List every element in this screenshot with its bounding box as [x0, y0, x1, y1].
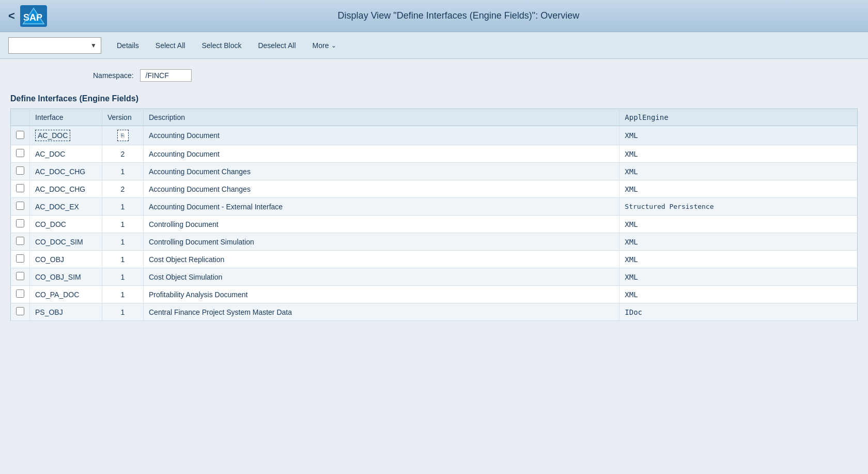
cell-interface: CO_DOC_SIM — [30, 233, 102, 251]
col-header-description: Description — [144, 109, 619, 126]
cell-version: 2 — [102, 145, 144, 163]
cell-interface: AC_DOC_CHG — [30, 180, 102, 198]
cell-interface: CO_OBJ — [30, 251, 102, 268]
cell-description: Controlling Document — [144, 216, 619, 233]
cell-version: 1 — [102, 286, 144, 303]
cell-appengine: XML — [619, 268, 858, 286]
copy-icon[interactable]: ⎘ — [117, 130, 129, 141]
select-block-button[interactable]: Select Block — [194, 37, 249, 54]
cell-description: Cost Object Simulation — [144, 268, 619, 286]
cell-version: 1 — [102, 216, 144, 233]
cell-appengine: XML — [619, 145, 858, 163]
col-header-appengine: ApplEngine — [619, 109, 858, 126]
row-checkbox[interactable] — [16, 237, 24, 245]
content: Namespace: /FINCF Define Interfaces (Eng… — [0, 59, 868, 321]
col-header-checkbox — [11, 109, 30, 126]
table-row: PS_OBJ1Central Finance Project System Ma… — [11, 303, 858, 321]
header-title: Display View "Define Interfaces (Engine … — [57, 10, 860, 21]
cell-appengine: XML — [619, 126, 858, 145]
table-row: CO_OBJ_SIM1Cost Object SimulationXML — [11, 268, 858, 286]
table-row: CO_DOC_SIM1Controlling Document Simulati… — [11, 233, 858, 251]
cell-description: Central Finance Project System Master Da… — [144, 303, 619, 321]
data-table: Interface Version Description ApplEngine… — [10, 109, 858, 321]
cell-interface: CO_OBJ_SIM — [30, 268, 102, 286]
cell-interface: AC_DOC_EX — [30, 198, 102, 216]
cell-interface: AC_DOC — [30, 145, 102, 163]
back-button[interactable]: < — [8, 9, 15, 23]
cell-appengine: XML — [619, 286, 858, 303]
namespace-row: Namespace: /FINCF — [93, 69, 858, 82]
cell-version: 2 — [102, 180, 144, 198]
header: < SAP Display View "Define Interfaces (E… — [0, 0, 868, 32]
cell-description: Accounting Document Changes — [144, 180, 619, 198]
cell-interface: AC_DOC — [30, 126, 102, 145]
toolbar: ▼ Details Select All Select Block Desele… — [0, 32, 868, 59]
deselect-all-button[interactable]: Deselect All — [251, 37, 303, 54]
cell-description: Controlling Document Simulation — [144, 233, 619, 251]
dropdown-arrow-icon: ▼ — [90, 42, 97, 49]
cell-appengine: XML — [619, 251, 858, 268]
row-checkbox[interactable] — [16, 149, 24, 157]
sap-logo: SAP — [20, 5, 47, 27]
chevron-down-icon: ⌄ — [331, 42, 336, 49]
cell-version: 1 — [102, 303, 144, 321]
cell-appengine: XML — [619, 163, 858, 180]
cell-appengine: XML — [619, 180, 858, 198]
cell-version: 1 — [102, 198, 144, 216]
toolbar-dropdown[interactable]: ▼ — [8, 37, 101, 54]
cell-interface: PS_OBJ — [30, 303, 102, 321]
more-label: More — [313, 41, 329, 50]
cell-appengine: IDoc — [619, 303, 858, 321]
table-row: CO_DOC1Controlling DocumentXML — [11, 216, 858, 233]
row-checkbox[interactable] — [16, 272, 24, 280]
cell-description: Accounting Document — [144, 126, 619, 145]
cell-description: Accounting Document - External Interface — [144, 198, 619, 216]
details-button[interactable]: Details — [110, 37, 146, 54]
cell-description: Cost Object Replication — [144, 251, 619, 268]
row-checkbox[interactable] — [16, 131, 24, 139]
section-title: Define Interfaces (Engine Fields) — [10, 94, 858, 103]
more-button[interactable]: More ⌄ — [305, 37, 344, 54]
cell-appengine: XML — [619, 216, 858, 233]
row-checkbox[interactable] — [16, 202, 24, 210]
table-header-row: Interface Version Description ApplEngine — [11, 109, 858, 126]
cell-version: 1 — [102, 268, 144, 286]
namespace-label: Namespace: — [93, 71, 134, 80]
cell-interface: AC_DOC_CHG — [30, 163, 102, 180]
row-checkbox[interactable] — [16, 184, 24, 192]
cell-version: 1 — [102, 163, 144, 180]
table-row: AC_DOC⎘Accounting DocumentXML — [11, 126, 858, 145]
table-row: AC_DOC_CHG1Accounting Document ChangesXM… — [11, 163, 858, 180]
table-row: CO_OBJ1Cost Object ReplicationXML — [11, 251, 858, 268]
cell-interface: CO_DOC — [30, 216, 102, 233]
row-checkbox[interactable] — [16, 307, 24, 315]
cell-interface: CO_PA_DOC — [30, 286, 102, 303]
cell-version: 1 — [102, 251, 144, 268]
cell-description: Accounting Document Changes — [144, 163, 619, 180]
table-row: CO_PA_DOC1Profitability Analysis Documen… — [11, 286, 858, 303]
cell-version: ⎘ — [102, 126, 144, 145]
col-header-interface: Interface — [30, 109, 102, 126]
row-checkbox[interactable] — [16, 254, 24, 263]
cell-appengine: Structured Persistence — [619, 198, 858, 216]
cell-description: Profitability Analysis Document — [144, 286, 619, 303]
namespace-value: /FINCF — [140, 69, 192, 82]
row-checkbox[interactable] — [16, 166, 24, 175]
cell-version: 1 — [102, 233, 144, 251]
select-all-button[interactable]: Select All — [148, 37, 193, 54]
row-checkbox[interactable] — [16, 219, 24, 227]
col-header-version: Version — [102, 109, 144, 126]
cell-appengine: XML — [619, 233, 858, 251]
table-row: AC_DOC_EX1Accounting Document - External… — [11, 198, 858, 216]
cell-description: Accounting Document — [144, 145, 619, 163]
table-row: AC_DOC2Accounting DocumentXML — [11, 145, 858, 163]
table-row: AC_DOC_CHG2Accounting Document ChangesXM… — [11, 180, 858, 198]
row-checkbox[interactable] — [16, 289, 24, 298]
